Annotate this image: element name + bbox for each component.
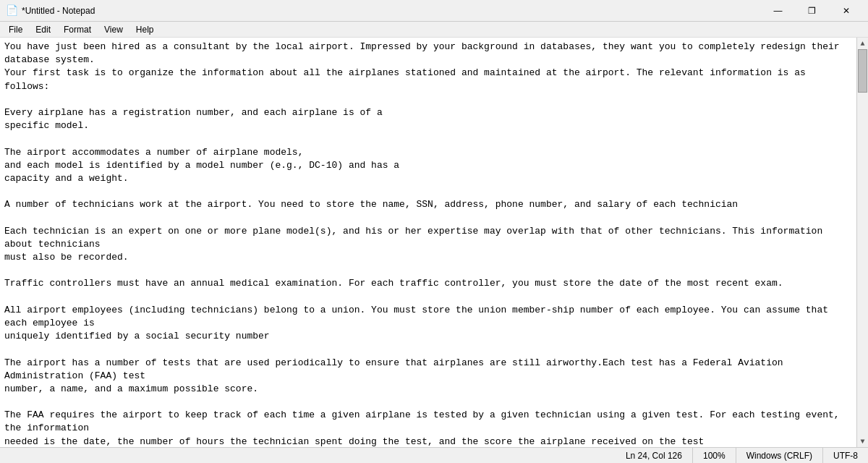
menu-format[interactable]: Format (58, 23, 97, 36)
window-controls: — ❐ ✕ (762, 0, 862, 22)
menu-edit[interactable]: Edit (30, 23, 56, 36)
scrollbar-track[interactable] (857, 49, 868, 436)
menu-file[interactable]: File (3, 23, 28, 36)
title-bar-left: 📄 *Untitled - Notepad (6, 5, 95, 17)
menu-help[interactable]: Help (130, 23, 160, 36)
scroll-down-arrow[interactable]: ▼ (857, 436, 869, 447)
scrollbar-thumb[interactable] (858, 49, 867, 93)
minimize-button[interactable]: — (762, 0, 794, 22)
zoom-level: 100% (692, 448, 736, 463)
line-ending: Windows (CRLF) (736, 448, 822, 463)
maximize-button[interactable]: ❐ (796, 0, 828, 22)
scrollbar[interactable]: ▲ ▼ (856, 38, 868, 447)
scroll-up-arrow[interactable]: ▲ (857, 38, 869, 49)
menu-view[interactable]: View (98, 23, 129, 36)
title-bar: 📄 *Untitled - Notepad — ❐ ✕ (0, 0, 868, 22)
status-bar: Ln 24, Col 126 100% Windows (CRLF) UTF-8 (0, 447, 868, 463)
window-title: *Untitled - Notepad (22, 6, 95, 16)
text-area-container: You have just been hired as a consultant… (0, 38, 868, 447)
text-content[interactable]: You have just been hired as a consultant… (0, 38, 856, 447)
encoding: UTF-8 (822, 448, 868, 463)
close-button[interactable]: ✕ (830, 0, 862, 22)
app-icon: 📄 (6, 5, 17, 17)
menu-bar: File Edit Format View Help (0, 22, 868, 38)
cursor-position: Ln 24, Col 126 (616, 448, 692, 463)
